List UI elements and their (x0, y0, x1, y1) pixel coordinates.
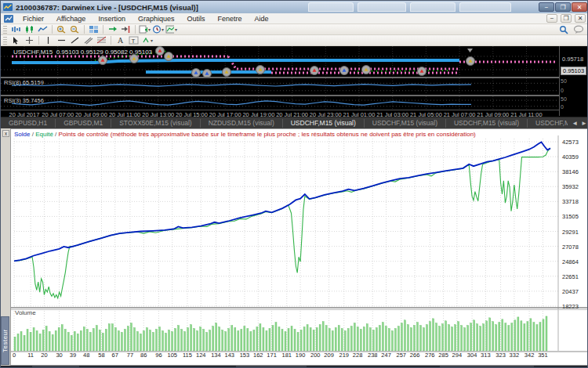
chart-tab[interactable]: USDCHF,M15 (visual) (446, 119, 528, 128)
tester-graph-pane[interactable]: Solde / Equité / Points de contrôle (mét… (10, 128, 588, 366)
zoom-out-icon[interactable] (68, 24, 82, 34)
trade-marker (203, 70, 212, 78)
text-label-icon[interactable]: T (127, 35, 140, 45)
chart-shift-icon[interactable] (119, 24, 132, 34)
menu-item-outils[interactable]: Outils (180, 13, 211, 24)
volume-bar (382, 323, 383, 351)
volume-bar (253, 330, 255, 351)
mdi-restore-button[interactable]: ❐ (561, 14, 572, 23)
menu-item-fichier[interactable]: Fichier (16, 13, 50, 24)
tile-windows-icon[interactable] (87, 24, 100, 34)
menu-item-graphiques[interactable]: Graphiques (132, 13, 181, 24)
chart-tab[interactable]: USDCHF,M15 (visual) (365, 119, 446, 128)
background-tab (410, 2, 456, 12)
volume-bar (222, 330, 223, 351)
chat-icon[interactable] (573, 25, 584, 34)
volume-bar (369, 328, 371, 351)
chart-tab[interactable]: STOXX50E,M15 (visual) (111, 119, 200, 128)
barchart-icon[interactable] (9, 24, 23, 34)
candlestick-icon[interactable] (23, 24, 36, 34)
close-button[interactable]: ✕ (572, 2, 587, 12)
zoom-in-icon[interactable] (55, 24, 68, 34)
volume-bar (505, 323, 506, 351)
time-axis: 20 Jul 201720 Jul 07:0020 Jul 09:0020 Ju… (1, 110, 559, 117)
search-icon[interactable] (559, 25, 568, 34)
rsi2-scale-hi: 50 (561, 96, 567, 102)
volume-bar (417, 323, 419, 351)
menu-item-insertion[interactable]: Insertion (92, 13, 132, 24)
volume-bar (275, 323, 277, 351)
linechart-icon[interactable] (36, 24, 49, 34)
rsi1-scale-hi: 50 (561, 78, 567, 84)
volume-bar (354, 323, 355, 351)
x-axis-label: 171 (267, 352, 277, 359)
volume-bar (372, 330, 374, 351)
background-tab (308, 2, 354, 12)
volume-bar (165, 333, 167, 351)
toolbar-drag-handle[interactable] (3, 37, 7, 45)
volume-bar (118, 331, 119, 351)
text-icon[interactable]: A (114, 35, 127, 45)
tester-close-button[interactable]: x (2, 130, 9, 137)
volume-bar (322, 322, 324, 351)
volume-bar (153, 333, 154, 352)
cursor-icon[interactable] (9, 35, 23, 45)
toolbar-separator (52, 25, 53, 34)
menu-item-fenetre[interactable]: Fenetre (211, 13, 248, 24)
crosshair-icon[interactable] (23, 35, 36, 45)
auto-scroll-icon[interactable] (106, 24, 119, 34)
chart-tab[interactable]: GBPUSD,M1 (56, 119, 111, 128)
volume-bar (536, 325, 538, 351)
volume-bar (313, 330, 314, 351)
mdi-close-button[interactable]: ✕ (575, 14, 586, 23)
timeframe-clock-icon[interactable]: ▾ (151, 24, 165, 34)
indicators-icon[interactable]: ▾ (165, 24, 178, 34)
y-axis-label: 20437 (562, 288, 579, 295)
chart-tab[interactable]: NZDUSD,M15 (visual) (201, 119, 283, 128)
y-axis-label: 42573 (562, 139, 579, 146)
volume-bar (52, 334, 53, 351)
volume-bar (401, 323, 402, 351)
maximize-button[interactable]: ❐ (555, 2, 571, 12)
volume-bar (231, 326, 233, 351)
tester-vertical-tab[interactable]: Testeur (1, 316, 9, 365)
toolbar-drag-handle[interactable] (3, 26, 7, 34)
main-price-pane[interactable]: USDCHF,M15 0.95103 0.95129 0.95082 0.951… (1, 46, 559, 77)
mdi-minimize-button[interactable]: − (546, 14, 557, 23)
horizontal-line-icon[interactable] (55, 35, 68, 45)
rsi2-pane[interactable]: RSI(3) 35.7456 (1, 95, 559, 110)
volume-bar (539, 323, 541, 351)
chart-tab[interactable]: GBPUSD,H1 (1, 119, 56, 128)
volume-bar (291, 327, 292, 351)
arrows-icon[interactable]: ▾ (140, 35, 154, 45)
fibonacci-icon[interactable] (95, 35, 108, 45)
vertical-line-icon[interactable] (42, 35, 55, 45)
new-order-icon[interactable]: ▾ (138, 24, 151, 34)
strategy-tester-panel: x Testeur Solde / Equité / Points de con… (1, 128, 588, 366)
tab-scroll-left-icon[interactable]: ◄ (572, 120, 578, 127)
price-scale-label: 0.95718 (562, 56, 583, 63)
volume-bar (20, 332, 22, 351)
channel-icon[interactable] (82, 35, 95, 45)
price-chart-area[interactable]: USDCHF,M15 0.95103 0.95129 0.95082 0.951… (1, 46, 588, 128)
x-axis-label: 77 (127, 352, 133, 359)
volume-bar (404, 320, 405, 351)
volume-bar (212, 327, 214, 351)
volume-bar (511, 323, 513, 351)
volume-bar (310, 328, 311, 351)
rsi1-pane[interactable]: RSI(8) 65.5159 (1, 77, 559, 95)
volume-bar (436, 323, 437, 351)
minimize-button[interactable]: − (539, 2, 554, 12)
volume-bar (376, 328, 377, 351)
tab-scroll-right-icon[interactable]: ► (581, 120, 587, 127)
trendline-icon[interactable] (68, 35, 82, 45)
menu-item-aide[interactable]: Aide (249, 13, 275, 24)
volume-bar (156, 330, 158, 351)
svg-text:T: T (132, 38, 136, 45)
volume-bar (495, 325, 497, 351)
toolbar-separator (84, 25, 85, 34)
trade-marker (340, 67, 349, 75)
menu-item-affichage[interactable]: Affichage (50, 13, 92, 24)
volume-bar (439, 327, 441, 351)
chart-tab[interactable]: USDCHF,M15 (visual) (283, 119, 365, 128)
